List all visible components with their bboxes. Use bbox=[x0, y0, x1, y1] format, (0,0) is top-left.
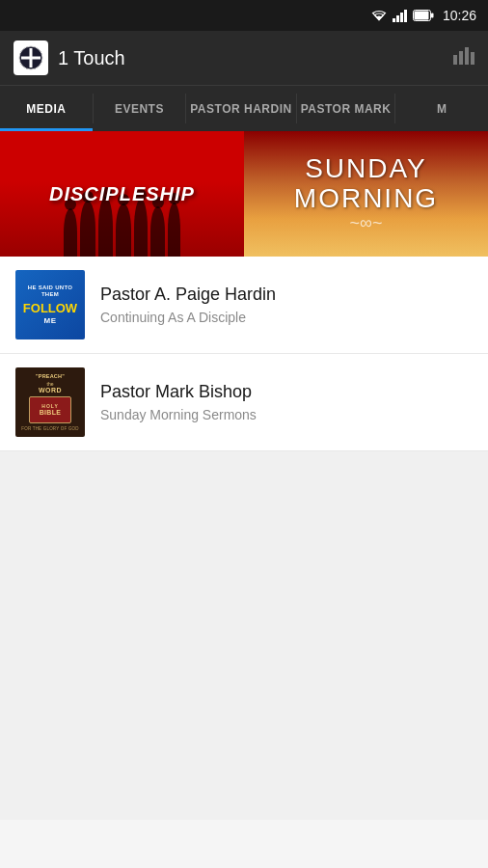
thumb-glory-text: FOR THE GLORY OF GOD bbox=[21, 426, 79, 431]
svg-rect-3 bbox=[404, 10, 407, 22]
tab-media[interactable]: MEDIA bbox=[0, 86, 93, 131]
thumb-word-text: Word bbox=[39, 387, 62, 393]
tab-pastor-mark[interactable]: PASTOR MARK bbox=[297, 86, 395, 131]
pastor-bishop-info: Pastor Mark Bishop Sunday Morning Sermon… bbox=[100, 382, 473, 422]
app-logo-icon bbox=[18, 45, 43, 70]
nav-tabs: MEDIA EVENTS PASTOR HARDIN PASTOR MARK M bbox=[0, 85, 488, 131]
svg-rect-1 bbox=[396, 15, 399, 22]
banner-discipleship[interactable]: DISCIPLESHIP bbox=[0, 131, 244, 257]
pastor-hardin-name: Pastor A. Paige Hardin bbox=[100, 285, 473, 306]
tab-more[interactable]: M bbox=[395, 86, 488, 131]
thumb-follow-text: FOLLOW bbox=[23, 302, 77, 314]
svg-rect-13 bbox=[471, 52, 474, 65]
sunday-text: SUNDAY bbox=[294, 154, 438, 184]
bars-chart-icon bbox=[453, 47, 474, 65]
svg-rect-0 bbox=[393, 18, 395, 22]
app-title: 1 Touch bbox=[58, 47, 125, 69]
thumb-me-text: ME bbox=[44, 316, 57, 325]
tab-pastor-hardin[interactable]: PASTOR HARDIN bbox=[186, 86, 295, 131]
swirl-decoration: ~∞~ bbox=[294, 213, 438, 233]
thumb-preach-text: "PREACH" bbox=[36, 373, 65, 380]
pastor-hardin-subtitle: Continuing As A Disciple bbox=[100, 310, 473, 325]
status-time: 10:26 bbox=[443, 8, 476, 23]
status-icons: 10:26 bbox=[370, 8, 476, 23]
tab-events[interactable]: EVENTS bbox=[94, 86, 186, 131]
pastor-hardin-thumbnail: HE SAID UNTOTHEM FOLLOW ME bbox=[15, 270, 85, 339]
chart-icon[interactable] bbox=[453, 47, 474, 68]
app-header-left: 1 Touch bbox=[14, 41, 125, 75]
svg-rect-9 bbox=[21, 57, 41, 60]
svg-rect-2 bbox=[400, 13, 403, 22]
pastor-bishop-name: Pastor Mark Bishop bbox=[100, 382, 473, 403]
list-item[interactable]: "PREACH" the Word HOLY BIBLE FOR THE GLO… bbox=[0, 354, 488, 451]
banner-area: DISCIPLESHIP SUNDAY MORNING ~∞~ bbox=[0, 131, 488, 257]
thumb-bible-name: BIBLE bbox=[40, 409, 62, 416]
morning-text: MORNING bbox=[294, 184, 438, 214]
discipleship-text: DISCIPLESHIP bbox=[49, 182, 195, 205]
signal-icon bbox=[393, 9, 408, 22]
pastor-bishop-thumbnail: "PREACH" the Word HOLY BIBLE FOR THE GLO… bbox=[15, 367, 85, 437]
banner-sunday-morning[interactable]: SUNDAY MORNING ~∞~ bbox=[244, 131, 488, 257]
pastor-hardin-info: Pastor A. Paige Hardin Continuing As A D… bbox=[100, 285, 473, 325]
status-bar: 10:26 bbox=[0, 0, 488, 31]
svg-rect-12 bbox=[465, 47, 469, 65]
thumb-top-text: HE SAID UNTOTHEM bbox=[28, 285, 73, 298]
wifi-icon bbox=[370, 9, 388, 22]
svg-rect-5 bbox=[414, 12, 428, 20]
sunday-morning-text: SUNDAY MORNING ~∞~ bbox=[294, 154, 438, 234]
pastor-bishop-subtitle: Sunday Morning Sermons bbox=[100, 407, 473, 422]
media-list: HE SAID UNTOTHEM FOLLOW ME Pastor A. Pai… bbox=[0, 257, 488, 451]
battery-icon bbox=[413, 10, 434, 21]
thumb-bible-book: HOLY BIBLE bbox=[29, 396, 71, 423]
svg-rect-6 bbox=[431, 14, 434, 18]
app-logo bbox=[14, 41, 48, 75]
list-item[interactable]: HE SAID UNTOTHEM FOLLOW ME Pastor A. Pai… bbox=[0, 257, 488, 354]
app-header: 1 Touch bbox=[0, 31, 488, 85]
svg-rect-11 bbox=[459, 51, 463, 65]
svg-rect-10 bbox=[453, 55, 457, 65]
empty-area bbox=[0, 451, 488, 820]
